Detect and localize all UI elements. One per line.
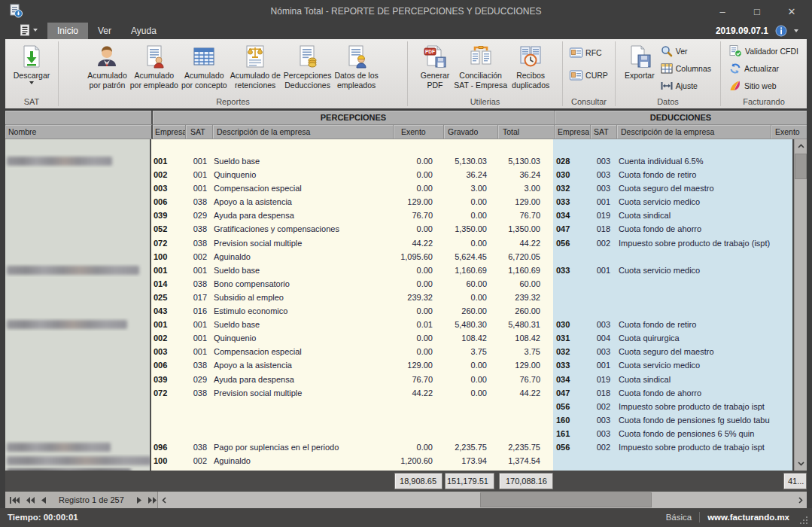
acumulado-por-patron-button[interactable]: Acumuladopor patrón xyxy=(87,39,127,90)
descripcion-cell: Estimulo economico xyxy=(211,304,392,318)
scroll-down-button[interactable] xyxy=(795,457,807,471)
grid-row[interactable]: 001001Sueldo base0.001,160.691,160.69033… xyxy=(5,264,794,277)
ajuste-button[interactable]: Ajuste xyxy=(661,80,711,92)
tab-ver[interactable]: Ver xyxy=(88,23,121,39)
scroll-up-button[interactable] xyxy=(795,139,807,153)
generar-pdf-button[interactable]: PDF GenerarPDF xyxy=(421,39,450,90)
grid-row[interactable]: 014038Bono compensatorio0.0060.0060.00 xyxy=(5,277,794,291)
next-record-button[interactable] xyxy=(137,497,141,504)
grid-row[interactable]: 052038Gratificaciones y compensaciones0.… xyxy=(5,222,794,236)
grid-row[interactable]: 006038Apoyo a la asistencia129.000.00129… xyxy=(5,358,794,372)
vertical-scrollbar[interactable] xyxy=(794,139,807,471)
conciliacion-sat-empresa-button[interactable]: ConciliaciónSAT - Empresa xyxy=(454,39,507,90)
grid-row[interactable] xyxy=(5,139,794,154)
exento-cell: 0.00 xyxy=(392,181,442,195)
datos-de-los-empleados-button[interactable]: Datos de losempleados xyxy=(334,39,378,90)
gravado-cell xyxy=(442,400,497,413)
tab-ayuda[interactable]: Ayuda xyxy=(121,23,166,39)
validador-cfdi-button[interactable]: Validador CFDI xyxy=(729,45,798,57)
scroll-right-button[interactable] xyxy=(795,492,807,508)
total-exento: 18,908.65 xyxy=(394,473,442,489)
column-header-total[interactable]: Total xyxy=(498,125,555,139)
exportar-button[interactable]: Exportar xyxy=(625,39,655,81)
columnas-button[interactable]: Columnas xyxy=(661,62,711,75)
status-separator xyxy=(699,512,700,522)
website-link[interactable]: www.facturando.mx xyxy=(707,513,789,522)
maximize-button[interactable]: □ xyxy=(749,6,765,17)
empresa-code-cell xyxy=(151,400,184,413)
band-header-nombre[interactable] xyxy=(5,111,153,125)
tab-inicio[interactable]: Inicio xyxy=(47,23,88,39)
prev-record-button[interactable] xyxy=(41,497,46,504)
prev-page-button[interactable] xyxy=(26,497,35,504)
grid-row[interactable]: 096038Pago por suplencias en el periodo0… xyxy=(5,440,794,454)
recibos-duplicados-button[interactable]: Recibosduplicados xyxy=(512,39,549,90)
grid-row[interactable]: 056002Impuesto sobre producto de trabajo… xyxy=(5,400,794,413)
rfc-button[interactable]: RFC xyxy=(570,47,608,59)
horizontal-scrollbar[interactable] xyxy=(157,492,807,508)
grid-row[interactable]: 002001Quinquenio0.00108.42108.42031004Cu… xyxy=(5,331,794,345)
vertical-scroll-thumb[interactable] xyxy=(795,154,807,179)
ribbon-group-utilerias: PDF GenerarPDF xyxy=(408,39,562,108)
column-header-exento[interactable]: Exento xyxy=(394,125,444,139)
close-button[interactable]: ✕ xyxy=(783,6,800,17)
grid-row[interactable]: 039029Ayuda para despensa76.700.0076.700… xyxy=(5,209,794,222)
grid-row[interactable]: 002001Quinquenio0.0036.2436.24030003Cuot… xyxy=(5,168,794,181)
column-header-ded-empresa[interactable]: Empresa xyxy=(555,125,591,139)
ded-empresa-code-cell xyxy=(553,139,589,154)
acumulado-por-concepto-button[interactable]: Acumuladopor concepto xyxy=(181,39,227,90)
ded-empresa-code-cell: 031 xyxy=(553,331,589,345)
acumulado-por-empleado-button[interactable]: Acumuladopor empleado xyxy=(130,39,178,90)
ded-empresa-code-cell xyxy=(553,304,589,318)
gravado-cell: 0.00 xyxy=(442,373,497,386)
grid-row[interactable]: 161003Cuota fondo de pensiones 6 5% quin xyxy=(5,427,794,440)
total-cell: 76.70 xyxy=(497,209,553,222)
column-header-ded-descripcion[interactable]: Descripción de la empresa xyxy=(617,125,771,139)
band-header-deducciones[interactable]: DEDUCCIONES xyxy=(555,111,807,125)
version-caret-icon[interactable] xyxy=(794,29,798,32)
resize-grip[interactable] xyxy=(800,516,807,524)
grid-row[interactable]: 072038Prevision social multiple44.220.00… xyxy=(5,236,794,250)
grid-row[interactable]: 001001Sueldo base0.005,130.035,130.03028… xyxy=(5,154,794,168)
next-page-button[interactable] xyxy=(148,497,157,504)
column-header-gravado[interactable]: Gravado xyxy=(444,125,498,139)
actualizar-button[interactable]: Actualizar xyxy=(729,62,798,75)
column-header-ded-exento[interactable]: Exento xyxy=(771,125,807,139)
grid-row[interactable]: 025017Subsidio al empleo239.320.00239.32 xyxy=(5,291,794,304)
grid-row[interactable]: 072038Prevision social multiple44.220.00… xyxy=(5,386,794,400)
grid-row[interactable]: 006038Apoyo a la asistencia129.000.00129… xyxy=(5,195,794,209)
sitio-web-button[interactable]: Sitio web xyxy=(729,80,798,92)
grid-row[interactable]: 100002Aguinaldo1,200.60173.941,374.54 xyxy=(5,454,794,468)
band-header-percepciones[interactable]: PERCEPCIONES xyxy=(153,111,555,125)
grid-row[interactable]: 043016Estimulo economico0.00260.00260.00 xyxy=(5,304,794,318)
grid-row[interactable]: 039029Ayuda para despensa76.700.0076.700… xyxy=(5,373,794,386)
column-header-nombre[interactable]: Nombre xyxy=(5,125,153,139)
percepciones-deducciones-button[interactable]: PercepcionesDeducciones xyxy=(284,39,332,90)
minimize-button[interactable]: – xyxy=(714,6,731,17)
ded-empresa-code-cell: 047 xyxy=(553,386,589,400)
app-menu-button[interactable] xyxy=(20,24,38,36)
first-record-button[interactable] xyxy=(10,497,20,504)
column-header-empresa[interactable]: Empresa xyxy=(153,125,186,139)
name-cell xyxy=(5,168,151,181)
curp-button[interactable]: CURP xyxy=(570,69,608,81)
gravado-cell: 0.00 xyxy=(442,236,497,250)
grid-row[interactable]: 100002Aguinaldo1,095.605,624.456,720.05 xyxy=(5,250,794,264)
total-cell: 1,374.54 xyxy=(497,454,553,468)
acumulado-de-retenciones-button[interactable]: Acumulado deretenciones xyxy=(230,39,281,90)
descargar-button[interactable]: Descargar xyxy=(14,39,50,84)
grid-row[interactable]: 001001Sueldo base0.015,480.305,480.31030… xyxy=(5,318,794,331)
column-header-descripcion[interactable]: Descripción de la empresa xyxy=(213,125,394,139)
column-header-ded-sat[interactable]: SAT xyxy=(591,125,617,139)
name-cell xyxy=(5,139,151,154)
grid-row[interactable]: 003001Compensacion especial0.003.753.750… xyxy=(5,345,794,358)
grid-row[interactable]: 160003Cuota fondo de pensiones fg sueldo… xyxy=(5,413,794,427)
descripcion-cell: Compensacion especial xyxy=(211,345,392,358)
grid-row[interactable]: 003001Compensacion especial0.003.003.000… xyxy=(5,181,794,195)
gravado-cell: 0.00 xyxy=(442,291,497,304)
info-icon[interactable] xyxy=(775,25,787,37)
ver-button[interactable]: Ver xyxy=(661,45,711,57)
scroll-left-button[interactable] xyxy=(158,492,170,508)
column-header-sat[interactable]: SAT xyxy=(186,125,213,139)
horizontal-scroll-thumb[interactable] xyxy=(480,492,652,507)
